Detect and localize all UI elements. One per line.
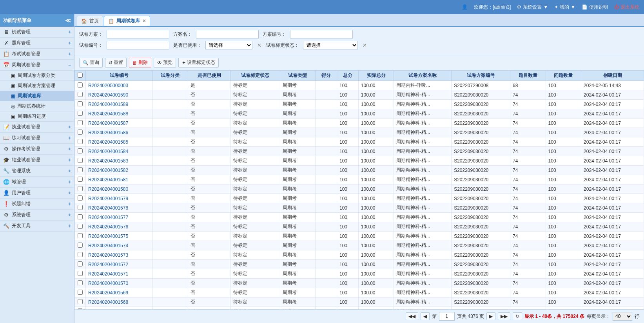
paper-no-link[interactable]: R20240204001582 — [86, 166, 153, 175]
tab-home[interactable]: 🏠 首页 — [77, 16, 103, 26]
select-mark-status[interactable]: 请选择 — [303, 41, 358, 49]
row-checkbox[interactable] — [78, 252, 83, 257]
row-checkbox[interactable] — [78, 261, 83, 266]
query-btn[interactable]: 🔍 查询 — [79, 58, 103, 68]
sidebar-item-practice[interactable]: 📝 执业试卷管理 + — [0, 122, 74, 133]
row-checkbox[interactable] — [78, 224, 83, 229]
sidebar-collapse-btn[interactable]: ≪ — [65, 17, 71, 24]
paper-no-link[interactable]: R20240204001569 — [86, 288, 153, 297]
preview-btn[interactable]: 👁 预览 — [154, 58, 176, 68]
row-checkbox[interactable] — [78, 148, 83, 153]
paper-no-link[interactable]: R20240204001587 — [86, 119, 153, 128]
paper-no-link[interactable]: R20240204001568 — [86, 297, 153, 307]
system-expand[interactable]: + — [68, 212, 71, 218]
row-checkbox[interactable] — [78, 139, 83, 144]
sidebar-subitem-weekly-lib[interactable]: ▣ 周期试卷库 — [0, 91, 74, 101]
sidebar-item-region[interactable]: 🌐 域管理 + — [0, 177, 74, 188]
row-checkbox[interactable] — [78, 186, 83, 191]
sidebar-item-operation[interactable]: ⚙ 操作考试管理 + — [0, 144, 74, 155]
my-btn[interactable]: ✦ 我的 ▼ — [554, 4, 575, 11]
sidebar-item-system-mgmt[interactable]: 🔧 管理系统 + — [0, 166, 74, 177]
training-expand[interactable]: + — [68, 135, 71, 141]
tab-weekly-lib[interactable]: 📋 周期试卷库 ✕ — [104, 16, 150, 26]
error-expand[interactable]: + — [68, 201, 71, 207]
sidebar-item-training[interactable]: 📖 练习试卷管理 + — [0, 133, 74, 144]
paper-no-link[interactable]: R20240204001577 — [86, 213, 153, 222]
weekly-expand[interactable]: − — [68, 62, 71, 68]
row-checkbox[interactable] — [78, 120, 83, 125]
sidebar-item-weekly[interactable]: 📅 周期试卷管理 − — [0, 60, 74, 71]
last-page-btn[interactable]: ▶▶ — [498, 312, 510, 320]
paper-no-link[interactable]: R20240204001586 — [86, 128, 153, 137]
row-checkbox[interactable] — [78, 82, 83, 88]
settings-btn[interactable]: ⚙ 系统设置 ▼ — [517, 4, 548, 11]
paper-no-link[interactable]: R20240204001588 — [86, 109, 153, 119]
select-is-use[interactable]: 请选择 — [205, 41, 252, 49]
paper-no-link[interactable]: R20240204001571 — [86, 269, 153, 279]
first-page-btn[interactable]: ◀◀ — [406, 312, 418, 320]
per-page-select[interactable]: 40 20 50 100 — [613, 312, 632, 321]
row-checkbox[interactable] — [78, 101, 83, 106]
paper-no-link[interactable]: R20240204001581 — [86, 175, 153, 184]
row-checkbox[interactable] — [78, 167, 83, 172]
paper-no-link[interactable]: R20240204001572 — [86, 260, 153, 269]
paper-no-link[interactable]: R20240204001578 — [86, 203, 153, 213]
paper-no-link[interactable]: R20240204001573 — [86, 250, 153, 260]
row-checkbox[interactable] — [78, 290, 83, 295]
paper-no-link[interactable]: R20240205000003 — [86, 81, 153, 90]
paper-no-link[interactable]: R20240204001584 — [86, 147, 153, 156]
paper-no-link[interactable]: R20240204001589 — [86, 100, 153, 109]
machine-expand[interactable]: + — [68, 29, 71, 35]
next-page-btn[interactable]: ▶ — [486, 312, 495, 320]
sidebar-item-system[interactable]: ⚙ 系统管理 + — [0, 210, 74, 221]
input-paper-no[interactable] — [107, 41, 169, 49]
row-checkbox[interactable] — [78, 158, 83, 163]
row-checkbox[interactable] — [78, 205, 83, 210]
page-input[interactable] — [439, 312, 455, 321]
sidebar-item-graduation[interactable]: 🎓 结业试卷管理 + — [0, 155, 74, 166]
input-paper-plan[interactable] — [107, 30, 169, 38]
tab-close-icon[interactable]: ✕ — [142, 18, 146, 24]
paper-no-link[interactable]: R20240204001579 — [86, 194, 153, 203]
row-checkbox[interactable] — [78, 214, 83, 219]
clear-mark-status-btn[interactable]: ✕ — [362, 42, 368, 48]
sidebar-item-exam[interactable]: 📋 考试试卷管理 + — [0, 49, 74, 60]
sidebar-item-user[interactable]: 👤 用户管理 + — [0, 188, 74, 199]
prev-page-btn[interactable]: ◀ — [421, 312, 430, 320]
reset-btn[interactable]: ↺ 重置 — [105, 58, 127, 68]
system-mgmt-expand[interactable]: + — [68, 168, 71, 174]
devtools-expand[interactable]: + — [68, 223, 71, 229]
question-expand[interactable]: + — [68, 40, 71, 46]
row-checkbox[interactable] — [78, 233, 83, 238]
row-checkbox[interactable] — [78, 243, 83, 248]
sidebar-subitem-weekly-plan-cat[interactable]: ▣ 周期试卷方案分类 — [0, 71, 74, 81]
graduation-expand[interactable]: + — [68, 157, 71, 163]
exam-expand[interactable]: + — [68, 51, 71, 57]
row-checkbox[interactable] — [78, 271, 83, 276]
sidebar-item-machine[interactable]: 🖥 机试管理 + — [0, 27, 74, 38]
help-btn[interactable]: 📄 使用说明 — [582, 4, 608, 11]
row-checkbox[interactable] — [78, 280, 83, 285]
paper-no-link[interactable]: R20240204001585 — [86, 137, 153, 147]
paper-no-link[interactable]: R20240204001580 — [86, 184, 153, 194]
user-expand[interactable]: + — [68, 190, 71, 196]
sidebar-subitem-weekly-progress[interactable]: ▣ 周期练习进度 — [0, 111, 74, 122]
sidebar-item-error[interactable]: ❗ 试题纠错 + — [0, 199, 74, 210]
practice-expand[interactable]: + — [68, 124, 71, 130]
sidebar-item-question[interactable]: ✗ 题库管理 + — [0, 38, 74, 49]
row-checkbox[interactable] — [78, 92, 83, 97]
set-mark-btn[interactable]: ✦ 设置标定状态 — [178, 58, 219, 68]
input-plan-no[interactable] — [290, 30, 353, 38]
paper-no-link[interactable]: R20240204001570 — [86, 279, 153, 288]
row-checkbox[interactable] — [78, 130, 83, 135]
paper-no-link[interactable]: R20240204001583 — [86, 156, 153, 166]
delete-btn[interactable]: 🗑 删除 — [129, 58, 151, 68]
refresh-btn[interactable]: ↻ — [513, 312, 522, 320]
region-expand[interactable]: + — [68, 179, 71, 185]
input-plan-name[interactable] — [196, 30, 259, 38]
row-checkbox[interactable] — [78, 177, 83, 182]
operation-expand[interactable]: + — [68, 146, 71, 152]
row-checkbox[interactable] — [78, 299, 83, 304]
paper-no-link[interactable]: R20240204001574 — [86, 241, 153, 250]
sidebar-subitem-weekly-plan[interactable]: ▣ 周期试卷方案管理 — [0, 81, 74, 91]
